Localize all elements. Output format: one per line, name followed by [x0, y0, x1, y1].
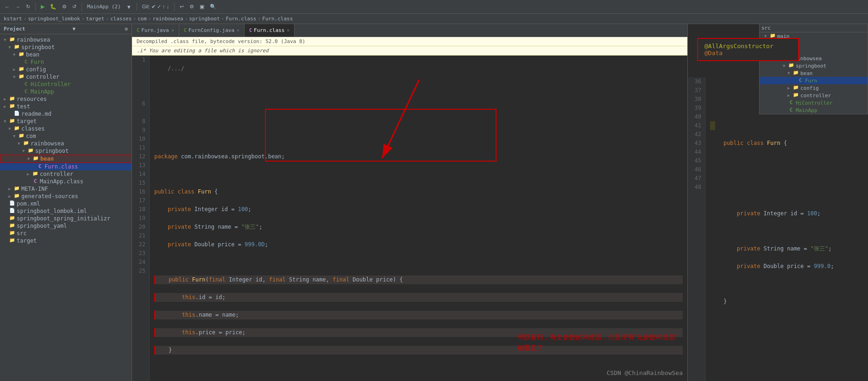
- toolbar-sep-2: [82, 3, 82, 11]
- java-class-icon2: C: [22, 81, 30, 87]
- notification-text2: .i* You are editing a file which is igno…: [137, 48, 269, 54]
- run-config-label: MainApp (2): [85, 4, 123, 10]
- folder-icon: 📁: [8, 230, 16, 237]
- ft-controller[interactable]: ▶ 📁 controller: [760, 92, 868, 99]
- notification-bar: Decompiled .class file, bytecode version…: [132, 37, 687, 46]
- refresh-button[interactable]: ↻: [24, 3, 32, 11]
- sidebar-tree[interactable]: ▼ 📁 rainbowsea ▼ 📁 springboot ▼ 📁 bean C: [0, 34, 132, 381]
- back-button[interactable]: ←: [3, 3, 12, 11]
- tree-item-target2[interactable]: 📁 target: [0, 237, 132, 244]
- breadcrumb: kstart › springboot_lombok › target › cl…: [0, 14, 868, 24]
- ft-springboot[interactable]: ▼ 📁 springboot: [760, 62, 868, 69]
- iml-icon: 📄: [8, 208, 16, 214]
- debug-button[interactable]: 🐛: [48, 3, 58, 11]
- run-button[interactable]: ▶: [39, 3, 46, 11]
- ft-config[interactable]: ▶ 📁 config: [760, 84, 868, 92]
- ft-hicontroller[interactable]: C HiController: [760, 99, 868, 106]
- tree-item-classes[interactable]: ▼ 📁 classes: [0, 125, 132, 132]
- tree-item-src2[interactable]: 📁 src: [0, 230, 132, 237]
- folder-icon: 📁: [18, 133, 25, 139]
- right-panel: src ▼ 📁 main ▼ 📁 java ▼ 📁: [687, 24, 868, 381]
- tree-item-pomxml[interactable]: 📄 pom.xml: [0, 200, 132, 207]
- sidebar-gear[interactable]: ⚙: [125, 26, 128, 32]
- sidebar: Project ▼ ⚙ ▼ 📁 rainbowsea ▼ 📁 springboo…: [0, 24, 132, 381]
- folder-icon: 📁: [18, 51, 25, 58]
- notification-bar2: .i* You are editing a file which is igno…: [132, 46, 687, 56]
- forward-button[interactable]: →: [13, 3, 22, 11]
- tree-item-test[interactable]: ▶ 📁 test: [0, 103, 132, 110]
- tree-item-spring-init[interactable]: 📁 springboot_spring_initializr: [0, 215, 132, 222]
- tab-furnconfig-java[interactable]: C FurnConfig.java ×: [179, 24, 245, 37]
- tab-close-furnconfig[interactable]: ×: [237, 28, 239, 33]
- folder-icon: 📁: [18, 74, 25, 80]
- tree-item-controller[interactable]: ▼ 📁 controller: [0, 73, 132, 81]
- tab-furn-java[interactable]: C Furn.java ×: [132, 24, 179, 37]
- annotation-line1: @AllArgsConstructor: [704, 43, 792, 50]
- tree-item-bean[interactable]: ▼ 📁 bean: [0, 51, 132, 58]
- tree-item-mainapp-java[interactable]: C MainApp: [0, 88, 132, 95]
- terminal-button[interactable]: ▣: [198, 3, 206, 11]
- undo-button[interactable]: ↩: [178, 3, 186, 11]
- file-icon: 📄: [13, 111, 20, 117]
- tree-item-readme[interactable]: 📄 readme.md: [0, 110, 132, 118]
- rerun-button[interactable]: ↺: [70, 3, 78, 11]
- tree-item-furn-java[interactable]: C Furn: [0, 58, 132, 66]
- right-code-content: public class Furn { private Integer id =…: [705, 77, 868, 381]
- tab-close-furn-java[interactable]: ×: [171, 28, 174, 33]
- annotation-popup: @AllArgsConstructor @Data: [697, 38, 799, 61]
- annotation-line2: @Data: [704, 50, 792, 56]
- tree-item-rainbowsea[interactable]: ▼ 📁 rainbowsea: [0, 36, 132, 44]
- sidebar-dropdown[interactable]: ▼: [73, 26, 76, 32]
- tree-item-controller2[interactable]: ▶ 📁 controller: [0, 170, 132, 178]
- ft-mainapp[interactable]: C MainApp: [760, 106, 868, 114]
- tree-item-springboot2[interactable]: ▼ 📁 springboot: [0, 147, 132, 155]
- folder-icon: 📁: [32, 156, 39, 162]
- code-content: /.../ package com.rainbowsea.springboot.…: [150, 56, 687, 381]
- tree-item-yaml[interactable]: 📁 springboot_yaml: [0, 222, 132, 230]
- toolbar-sep-1: [35, 3, 36, 11]
- folder-icon: 📁: [8, 237, 16, 244]
- folder-icon: 📁: [27, 148, 34, 154]
- folder-icon: 📁: [8, 215, 16, 222]
- search-button[interactable]: 🔍: [208, 3, 218, 11]
- xml-icon: 📄: [8, 200, 16, 207]
- project-label: Project: [4, 26, 25, 32]
- tab-furn-class[interactable]: C Furn.class ×: [245, 24, 295, 37]
- config-dropdown[interactable]: ▼: [125, 3, 133, 11]
- tree-item-hicontroller[interactable]: C HiController: [0, 81, 132, 88]
- git-status[interactable]: Git: ✔ ✓ ↑ ↓: [140, 3, 171, 11]
- class-file-icon: C: [36, 163, 44, 170]
- breadcrumb-springboot-lombok: springboot_lombok: [28, 16, 80, 22]
- tree-item-furn-class[interactable]: C Furn.class: [0, 163, 132, 170]
- folder-icon: 📁: [22, 140, 30, 147]
- tree-item-resources[interactable]: ▶ 📁 resources: [0, 95, 132, 103]
- folder-icon: 📁: [13, 125, 20, 132]
- tree-item-meta-inf[interactable]: ▶ 📁 META-INF: [0, 185, 132, 193]
- code-area[interactable]: 1 6 8 9 10 11 12 13 14 15 16 17 18 19: [132, 56, 687, 381]
- tree-item-config[interactable]: ▶ 📁 config: [0, 66, 132, 73]
- notification-text: Decompiled .class file, bytecode version…: [137, 38, 305, 44]
- tree-item-target[interactable]: ▼ 📁 target: [0, 118, 132, 125]
- tree-item-rainbowsea2[interactable]: ▼ 📁 rainbowsea: [0, 140, 132, 147]
- ft-furn[interactable]: C Furn: [760, 77, 868, 84]
- tree-item-com[interactable]: ▼ 📁 com: [0, 132, 132, 140]
- ft-bean[interactable]: ▼ 📁 bean: [760, 69, 868, 77]
- settings-button[interactable]: ⚙: [188, 3, 196, 11]
- toolbar: ← → ↻ ▶ 🐛 ⚙ ↺ MainApp (2) ▼ Git: ✔ ✓ ↑ ↓…: [0, 0, 868, 14]
- folder-icon: 📁: [18, 66, 25, 73]
- tree-item-generated[interactable]: ▶ 📁 generated-sources: [0, 193, 132, 200]
- java-tab-icon: C: [137, 28, 139, 33]
- tree-item-bean2[interactable]: ▼ 📁 bean: [0, 155, 132, 163]
- tree-item-iml[interactable]: 📄 springboot_lombok.iml: [0, 207, 132, 215]
- build-button[interactable]: ⚙: [60, 3, 69, 11]
- tab-close-furn-class[interactable]: ×: [287, 28, 289, 33]
- sidebar-header: Project ▼ ⚙: [0, 24, 132, 34]
- class-tab-icon: C: [249, 28, 252, 33]
- java-tab-icon2: C: [184, 28, 187, 33]
- tree-item-springboot[interactable]: ▼ 📁 springboot: [0, 44, 132, 51]
- toolbar-sep-3: [137, 3, 137, 11]
- folder-icon: 📁: [8, 223, 16, 229]
- file-tree-header: src: [760, 24, 868, 32]
- tree-item-mainapp-class[interactable]: C MainApp.class: [0, 178, 132, 185]
- folder-icon: 📁: [13, 186, 20, 192]
